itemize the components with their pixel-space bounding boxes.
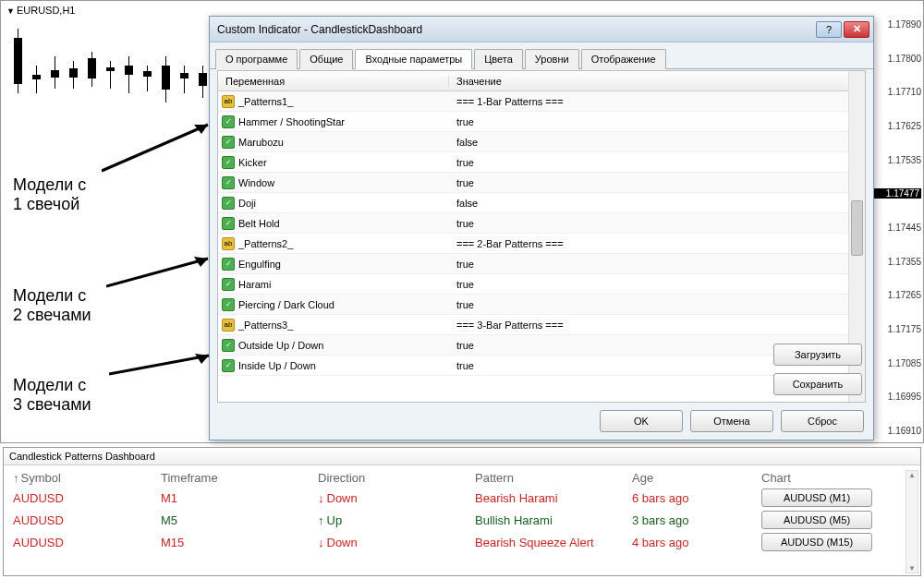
tabstrip: О программеОбщиеВходные параметрыЦветаУр…: [210, 42, 873, 69]
text-type-icon: ab: [222, 95, 235, 108]
param-row[interactable]: ab_Patterns1_=== 1-Bar Patterns ===: [218, 91, 848, 112]
tab-0[interactable]: О программе: [215, 49, 298, 69]
help-button[interactable]: ?: [816, 21, 842, 38]
param-name: Outside Up / Down: [238, 340, 323, 351]
chart-open-button[interactable]: AUDUSD (M15): [761, 533, 872, 551]
col-value[interactable]: Значение: [449, 76, 848, 87]
dashboard-title: Candlestick Patterns Dashboard: [4, 448, 920, 465]
dash-header-chart[interactable]: Chart: [761, 471, 918, 485]
dashboard-grid: SymbolTimeframeDirectionPatternAgeChartA…: [4, 465, 920, 557]
col-variable[interactable]: Переменная: [218, 76, 449, 87]
param-name: Marubozu: [238, 137, 284, 148]
param-value[interactable]: false: [449, 137, 848, 148]
param-row[interactable]: ✓Marubozufalse: [218, 132, 848, 152]
candle: [106, 67, 115, 71]
param-value[interactable]: true: [449, 259, 848, 270]
param-name: Kicker: [238, 157, 267, 168]
chart-open-button[interactable]: AUDUSD (M1): [761, 489, 872, 507]
chart-open-button[interactable]: AUDUSD (M5): [761, 511, 872, 529]
candle-wick: [36, 66, 37, 93]
param-value[interactable]: false: [449, 198, 848, 209]
param-value[interactable]: true: [449, 177, 848, 188]
param-value[interactable]: === 2-Bar Patterns ===: [449, 238, 848, 249]
dash-pattern: Bearish Harami: [475, 491, 632, 505]
symbol-label: EURUSD,H1: [6, 5, 76, 16]
dash-timeframe: M5: [161, 513, 318, 527]
param-row[interactable]: ✓Inside Up / Downtrue: [218, 356, 848, 376]
price-tick: 1.17355: [869, 257, 921, 267]
cancel-button[interactable]: Отмена: [690, 410, 773, 432]
candle: [88, 58, 96, 78]
price-tick: 1.17890: [869, 19, 921, 30]
titlebar[interactable]: Custom Indicator - CandlestickDashboard …: [210, 17, 873, 42]
param-row[interactable]: ✓Belt Holdtrue: [218, 213, 848, 234]
bool-type-icon: ✓: [222, 156, 235, 169]
param-row[interactable]: ✓Dojifalse: [218, 193, 848, 213]
arrow-icon: [106, 254, 222, 291]
save-button[interactable]: Сохранить: [773, 373, 862, 395]
param-value[interactable]: === 1-Bar Patterns ===: [449, 96, 848, 107]
dash-header-timeframe[interactable]: Timeframe: [161, 471, 318, 485]
dash-direction: Down: [318, 491, 475, 505]
dash-age: 4 bars ago: [632, 536, 761, 549]
bool-type-icon: ✓: [222, 278, 235, 291]
candle-wick: [128, 56, 129, 93]
dash-header-direction[interactable]: Direction: [318, 471, 475, 485]
dash-header-pattern[interactable]: Pattern: [475, 471, 632, 485]
dash-symbol: AUDUSD: [13, 491, 161, 505]
param-name: Engulfing: [238, 259, 281, 270]
param-value[interactable]: true: [449, 279, 848, 290]
dashboard-scrollbar[interactable]: [906, 470, 918, 573]
param-value[interactable]: === 3-Bar Patterns ===: [449, 320, 848, 331]
dash-header-symbol[interactable]: Symbol: [13, 471, 161, 485]
param-name: _Patterns2_: [238, 238, 293, 249]
param-row[interactable]: ✓Outside Up / Downtrue: [218, 335, 848, 356]
param-row[interactable]: ✓Engulfingtrue: [218, 254, 848, 274]
param-value[interactable]: true: [449, 157, 848, 168]
tab-2[interactable]: Входные параметры: [355, 49, 472, 69]
param-row[interactable]: ✓Hammer / ShootingStartrue: [218, 112, 848, 132]
param-value[interactable]: true: [449, 218, 848, 229]
price-tick: 1.17477: [869, 188, 921, 199]
load-button[interactable]: Загрузить: [773, 344, 862, 366]
bool-type-icon: ✓: [222, 197, 235, 210]
grid-rows: ab_Patterns1_=== 1-Bar Patterns ===✓Hamm…: [218, 91, 848, 402]
tab-5[interactable]: Отображение: [581, 49, 666, 69]
scroll-thumb[interactable]: [851, 200, 863, 256]
dialog-title: Custom Indicator - CandlestickDashboard: [217, 23, 816, 36]
candle: [32, 75, 41, 79]
param-value[interactable]: true: [449, 299, 848, 310]
dash-direction: Down: [318, 536, 475, 549]
param-name: Doji: [238, 198, 256, 209]
param-row[interactable]: ✓Kickertrue: [218, 152, 848, 173]
candle-wick: [184, 66, 185, 93]
ok-button[interactable]: OK: [600, 410, 683, 432]
param-row[interactable]: ✓Piercing / Dark Cloudtrue: [218, 295, 848, 315]
tab-3[interactable]: Цвета: [474, 49, 523, 69]
bool-type-icon: ✓: [222, 298, 235, 311]
price-tick: 1.17445: [869, 223, 921, 233]
annotation-3bar: Модели с 3 свечами: [13, 376, 91, 415]
param-value[interactable]: true: [449, 116, 848, 127]
candle: [162, 66, 170, 90]
tab-1[interactable]: Общие: [299, 49, 353, 69]
reset-button[interactable]: Сброс: [781, 410, 864, 432]
params-grid: Переменная Значение ab_Patterns1_=== 1-B…: [218, 71, 848, 402]
dash-timeframe: M1: [161, 491, 318, 505]
close-button[interactable]: ✕: [844, 21, 869, 38]
param-row[interactable]: ab_Patterns3_=== 3-Bar Patterns ===: [218, 315, 848, 335]
dash-age: 6 bars ago: [632, 491, 761, 505]
candle: [125, 66, 133, 75]
price-tick: 1.17625: [869, 121, 921, 131]
dash-header-age[interactable]: Age: [632, 471, 761, 485]
param-row[interactable]: ✓Windowtrue: [218, 173, 848, 193]
dashboard-panel: Candlestick Patterns Dashboard SymbolTim…: [3, 447, 921, 576]
text-type-icon: ab: [222, 319, 235, 332]
side-buttons: Загрузить Сохранить: [773, 344, 862, 395]
param-row[interactable]: ✓Haramitrue: [218, 274, 848, 295]
param-row[interactable]: ab_Patterns2_=== 2-Bar Patterns ===: [218, 234, 848, 254]
candle: [69, 68, 78, 78]
param-name: Hammer / ShootingStar: [238, 116, 345, 127]
dash-timeframe: M15: [161, 536, 318, 549]
tab-4[interactable]: Уровни: [525, 49, 579, 69]
